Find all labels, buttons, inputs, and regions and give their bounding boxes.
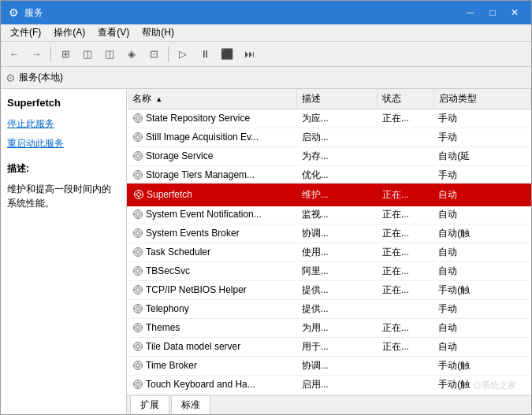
table-row[interactable]: System Events Broker协调...正在...自动(触 [128, 224, 530, 243]
service-name-cell: Telephony [128, 300, 297, 319]
service-icon [132, 150, 143, 161]
svg-point-73 [136, 344, 140, 348]
service-icon [132, 379, 143, 390]
table-row[interactable]: Storage Service为存...自动(延 [128, 147, 530, 166]
service-status-cell: 正在... [378, 224, 434, 243]
table-row[interactable]: TBSecSvc阿里...正在...自动 [128, 262, 530, 281]
table-row[interactable]: State Repository Service为应...正在...手动 [128, 109, 530, 128]
service-icon [132, 360, 143, 371]
service-status-cell [378, 357, 434, 376]
service-name-cell: TBSecSvc [128, 262, 297, 281]
content-area: Superfetch 停止此服务 重启动此服务 描述: 维护和提高一段时间内的系… [1, 89, 531, 414]
svg-point-13 [136, 154, 140, 157]
service-status-cell: 正在... [378, 281, 434, 300]
table-row[interactable]: Touch Keyboard and Ha...启用...手动(触 [128, 376, 530, 395]
stop-button[interactable]: ⬛ [217, 45, 237, 64]
service-status-cell: 正在... [378, 319, 434, 338]
menu-action[interactable]: 操作(A) [47, 24, 91, 41]
menu-view[interactable]: 查看(V) [91, 24, 136, 41]
service-startup-cell: 手动(触 [433, 281, 530, 300]
service-icon [133, 189, 144, 200]
table-row[interactable]: Superfetch维护...正在...自动 [128, 185, 530, 205]
svg-point-49 [136, 269, 140, 272]
service-desc-cell: 为用... [297, 319, 378, 338]
description-text: 维护和提高一段时间内的系统性能。 [7, 182, 120, 210]
service-name-cell: State Repository Service [128, 109, 297, 128]
table-row[interactable]: Telephony提供...手动 [128, 300, 530, 319]
service-startup-cell: 手动 [433, 128, 530, 147]
toolbar-btn-5[interactable]: ⊡ [143, 45, 164, 64]
menu-help[interactable]: 帮助(H) [136, 24, 180, 41]
toolbar-btn-4[interactable]: ◈ [121, 45, 142, 64]
svg-point-55 [136, 287, 140, 291]
stop-service-link[interactable]: 停止此服务 [7, 117, 120, 132]
breadcrumb-bar: ⚙ 服务(本地) [1, 67, 531, 89]
table-row[interactable]: System Event Notification...监视...正在...自动 [128, 205, 530, 224]
menu-file[interactable]: 文件(F) [4, 24, 47, 41]
tab-standard[interactable]: 标准 [171, 395, 210, 414]
service-name-cell: TCP/IP NetBIOS Helper [128, 281, 297, 300]
sort-arrow: ▲ [155, 95, 162, 103]
table-row[interactable]: Storage Tiers Managem...优化...手动 [128, 166, 530, 186]
svg-point-61 [136, 306, 140, 310]
pause-button[interactable]: ⏸ [195, 45, 215, 64]
svg-point-43 [136, 250, 140, 254]
maximize-button[interactable]: □ [482, 5, 503, 20]
close-button[interactable]: ✕ [504, 5, 525, 20]
toolbar-btn-3[interactable]: ◫ [99, 45, 120, 64]
play-button[interactable]: ▷ [173, 45, 193, 64]
col-header-desc[interactable]: 描述 [297, 89, 378, 109]
service-desc-cell: 维护... [297, 185, 378, 205]
main-window: ⚙ 服务 ─ □ ✕ 文件(F) 操作(A) 查看(V) 帮助(H) ← → ⊞… [0, 0, 532, 415]
col-header-status[interactable]: 状态 [378, 89, 434, 109]
svg-point-1 [136, 116, 140, 120]
below-breadcrumb: ⚙ 服务(本地) Superfetch 停止此服务 重启动此服务 描述: 维护和… [1, 67, 531, 414]
service-icon [132, 322, 143, 333]
service-icon [132, 341, 143, 352]
service-name-cell: Task Scheduler [128, 243, 297, 262]
service-icon [132, 169, 143, 180]
service-icon [132, 113, 143, 124]
service-desc-cell: 提供... [297, 281, 378, 300]
table-row[interactable]: Time Broker协调...手动(触 [128, 357, 530, 376]
minimize-button[interactable]: ─ [460, 5, 481, 20]
window-title: 服务 [24, 6, 460, 20]
window-icon: ⚙ [7, 6, 20, 19]
service-desc-cell: 为应... [297, 109, 378, 128]
svg-point-67 [136, 325, 140, 329]
table-row[interactable]: Themes为用...正在...自动 [128, 319, 530, 338]
title-bar: ⚙ 服务 ─ □ ✕ [1, 1, 531, 24]
tab-expand[interactable]: 扩展 [130, 395, 169, 414]
window-controls: ─ □ ✕ [460, 5, 525, 20]
toolbar-btn-1[interactable]: ⊞ [55, 45, 76, 64]
service-icon [132, 132, 143, 143]
table-row[interactable]: TCP/IP NetBIOS Helper提供...正在...手动(触 [128, 281, 530, 300]
restart-service-link[interactable]: 重启动此服务 [7, 136, 120, 151]
service-status-cell [378, 300, 434, 319]
toolbar-separator-1 [50, 46, 51, 62]
back-button[interactable]: ← [4, 45, 24, 64]
service-name-cell: Superfetch [128, 185, 297, 205]
col-header-startup[interactable]: 启动类型 [433, 89, 530, 109]
col-header-name[interactable]: 名称 ▲ [128, 89, 297, 109]
service-desc-cell: 启用... [297, 376, 378, 395]
svg-point-31 [136, 212, 140, 216]
left-panel: Superfetch 停止此服务 重启动此服务 描述: 维护和提高一段时间内的系… [1, 89, 127, 414]
forward-button[interactable]: → [26, 45, 47, 64]
service-startup-cell: 手动 [433, 109, 530, 128]
table-row[interactable]: Task Scheduler使用...正在...自动 [128, 243, 530, 262]
service-startup-cell: 自动 [433, 243, 530, 262]
service-name-cell: Touch Keyboard and Ha... [128, 376, 297, 395]
right-panel: 名称 ▲ 描述 状态 启动类型 S [127, 89, 531, 414]
restart-button[interactable]: ⏭ [239, 45, 259, 64]
service-desc-cell: 协调... [297, 357, 378, 376]
service-desc-cell: 提供... [297, 300, 378, 319]
svg-point-7 [136, 135, 140, 139]
table-row[interactable]: Still Image Acquisition Ev...启动...手动 [128, 128, 530, 147]
service-icon [132, 265, 143, 276]
service-table-container[interactable]: 名称 ▲ 描述 状态 启动类型 S [127, 89, 531, 395]
toolbar-btn-2[interactable]: ◫ [77, 45, 98, 64]
table-row[interactable]: Tile Data model server用于...正在...自动 [128, 338, 530, 357]
service-startup-cell: 自动 [433, 185, 530, 205]
service-name-cell: Storage Service [128, 147, 297, 166]
